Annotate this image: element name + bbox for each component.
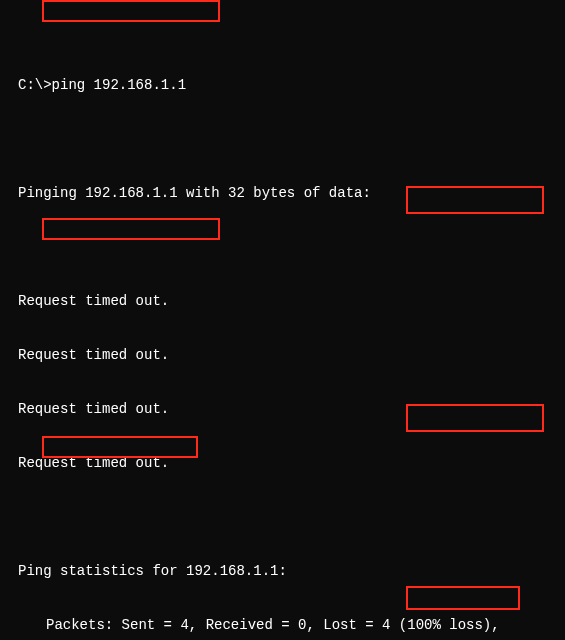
reply-1-1: Request timed out.: [0, 292, 565, 310]
blank-line: [0, 508, 565, 526]
highlight-box-cmd-2: [42, 218, 220, 240]
prompt-line-1[interactable]: C:\>ping 192.168.1.1: [0, 76, 565, 94]
blank-line: [0, 238, 565, 256]
terminal-output: C:\>ping 192.168.1.1 Pinging 192.168.1.1…: [0, 0, 565, 640]
cmd-1: ping 192.168.1.1: [52, 77, 186, 93]
blank-line: [0, 130, 565, 148]
stats-line-1: Packets: Sent = 4, Received = 0, Lost = …: [0, 616, 565, 634]
reply-1-3: Request timed out.: [0, 400, 565, 418]
ping-header-1: Pinging 192.168.1.1 with 32 bytes of dat…: [0, 184, 565, 202]
stats-title-1: Ping statistics for 192.168.1.1:: [0, 562, 565, 580]
reply-1-4: Request timed out.: [0, 454, 565, 472]
prompt: C:\>: [18, 77, 52, 93]
highlight-box-loss-3: [406, 586, 520, 610]
reply-1-2: Request timed out.: [0, 346, 565, 364]
highlight-box-cmd-1: [42, 0, 220, 22]
